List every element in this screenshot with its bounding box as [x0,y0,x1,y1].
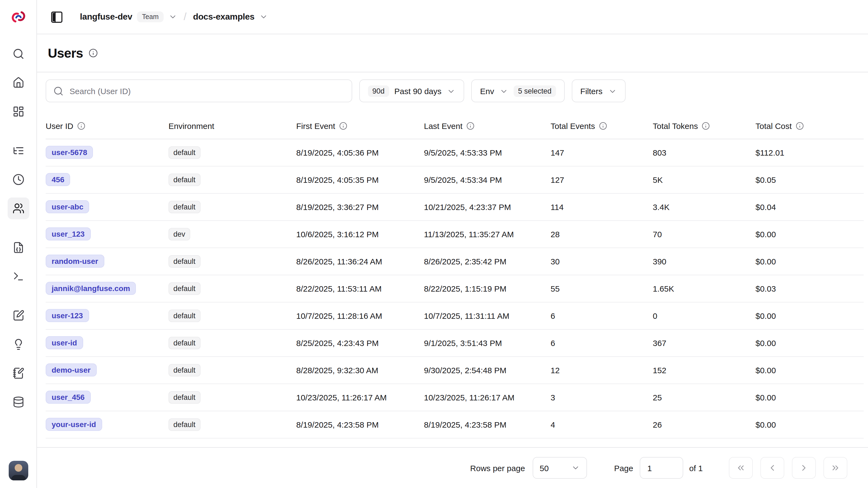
user-id-badge[interactable]: user-id [45,336,83,349]
user-id-badge[interactable]: random-user [45,255,104,268]
sidebar-item-home[interactable] [7,72,29,93]
terminal-icon [12,270,24,282]
column-label: Last Event [424,122,463,131]
langfuse-knot-icon [10,9,26,25]
user-id-badge[interactable]: user_123 [45,227,91,240]
table-row[interactable]: 456 default 8/19/2025, 4:05:35 PM 9/5/20… [45,166,864,193]
info-icon[interactable] [796,122,804,130]
next-page-button[interactable] [792,457,816,479]
sidebar-item-users[interactable] [7,198,29,219]
table-row[interactable]: user-5678 default 8/19/2025, 4:05:36 PM … [45,139,864,166]
user-id-badge[interactable]: user-5678 [45,146,93,159]
environment-badge: default [168,173,200,186]
total-events-cell: 3 [551,383,653,411]
previous-page-button[interactable] [761,457,784,479]
table-row[interactable]: user-id default 8/25/2025, 4:23:43 PM 9/… [45,329,864,356]
sidebar-item-tracing[interactable] [7,140,29,162]
column-label: Total Cost [755,122,792,131]
rows-per-page-value: 50 [540,463,549,472]
app-root: langfuse-dev Team / docs-examples Users [0,0,868,488]
column-header-last-event[interactable]: Last Event [424,114,551,139]
first-event-cell: 8/19/2025, 4:23:58 PM [296,411,424,438]
sidebar-item-evals[interactable] [7,305,29,326]
environment-filter-button[interactable]: Env 5 selected [471,80,565,102]
user-id-badge[interactable]: your-user-id [45,418,102,431]
sidebar-item-datasets[interactable] [7,391,29,413]
sidebar-item-annotation[interactable] [7,362,29,384]
main-area: langfuse-dev Team / docs-examples Users [37,0,868,488]
info-icon[interactable] [702,122,710,130]
sidebar-toggle-button[interactable] [48,8,66,26]
user-avatar[interactable] [9,461,28,480]
info-icon[interactable] [88,49,98,58]
info-icon[interactable] [599,122,607,130]
first-event-cell: 8/22/2025, 11:53:11 AM [296,275,424,302]
first-page-button[interactable] [729,457,753,479]
last-page-button[interactable] [824,457,847,479]
user-id-cell: jannik@langfuse.com [45,275,168,302]
user-id-badge[interactable]: 456 [45,173,70,186]
first-event-cell: 8/19/2025, 4:05:35 PM [296,166,424,193]
table-row[interactable]: demo-user default 8/28/2025, 9:32:30 AM … [45,356,864,383]
column-header-total-tokens[interactable]: Total Tokens [653,114,755,139]
page-label: Page [614,463,633,472]
user-id-badge[interactable]: user_456 [45,391,91,404]
total-events-cell: 127 [551,166,653,193]
column-header-total-cost[interactable]: Total Cost [755,114,864,139]
filters-label: Filters [580,86,602,95]
table-row[interactable]: jannik@langfuse.com default 8/22/2025, 1… [45,275,864,302]
table-row[interactable]: user-abc default 8/19/2025, 3:36:27 PM 1… [45,193,864,220]
table-row[interactable]: user_123 dev 10/6/2025, 3:16:12 PM 11/13… [45,220,864,248]
user-id-badge[interactable]: jannik@langfuse.com [45,282,136,295]
topbar: langfuse-dev Team / docs-examples [37,0,868,34]
column-header-user-id[interactable]: User ID [45,114,168,139]
column-header-first-event[interactable]: First Event [296,114,424,139]
sidebar-item-insights[interactable] [7,334,29,355]
info-icon[interactable] [77,122,85,130]
users-icon [12,202,24,214]
last-event-cell: 10/7/2025, 11:31:11 AM [424,302,551,329]
column-header-total-events[interactable]: Total Events [551,114,653,139]
total-cost-cell: $0.00 [755,302,864,329]
chevron-left-icon [768,463,777,473]
table-header-row: User ID Environment First Event Last Eve… [45,114,864,139]
total-events-cell: 55 [551,275,653,302]
search-box [45,80,352,102]
sidebar-item-playground[interactable] [7,265,29,287]
sidebar-item-dashboards[interactable] [7,101,29,122]
total-events-cell: 28 [551,220,653,248]
environment-cell: dev [168,220,296,248]
user-id-badge[interactable]: user-abc [45,200,89,213]
user-id-badge[interactable]: demo-user [45,364,96,376]
total-events-cell: 147 [551,139,653,166]
total-cost-cell: $0.05 [755,166,864,193]
panel-left-icon [50,10,64,24]
table-row[interactable]: user_456 default 10/23/2025, 11:26:17 AM… [45,383,864,411]
info-icon[interactable] [466,122,474,130]
table-row[interactable]: user-123 default 10/7/2025, 11:28:16 AM … [45,302,864,329]
info-icon[interactable] [339,122,347,130]
user-id-badge[interactable]: user-123 [45,309,89,322]
table-row[interactable]: random-user default 8/26/2025, 11:36:24 … [45,248,864,275]
user-id-cell: demo-user [45,356,168,383]
search-input[interactable] [69,86,345,95]
user-id-cell: user-id [45,329,168,356]
sidebar-item-sessions[interactable] [7,169,29,191]
rows-per-page-select[interactable]: 50 [533,457,587,479]
total-events-cell: 4 [551,411,653,438]
date-range-button[interactable]: 90d Past 90 days [359,80,464,102]
first-event-cell: 8/28/2025, 9:32:30 AM [296,356,424,383]
column-header-environment[interactable]: Environment [168,114,296,139]
content-area: 90d Past 90 days Env 5 selected Filters [37,73,868,447]
filters-button[interactable]: Filters [571,80,625,102]
environment-cell: default [168,302,296,329]
project-switcher[interactable]: docs-examples [193,12,268,22]
page-number-input[interactable] [640,457,683,479]
user-id-cell: user-123 [45,302,168,329]
sidebar-item-prompts[interactable] [7,237,29,258]
langfuse-logo[interactable] [9,8,27,26]
org-switcher[interactable]: langfuse-dev Team [80,11,177,22]
sidebar-item-search[interactable] [7,43,29,65]
chevron-down-icon [259,12,268,21]
table-row[interactable]: your-user-id default 8/19/2025, 4:23:58 … [45,411,864,438]
